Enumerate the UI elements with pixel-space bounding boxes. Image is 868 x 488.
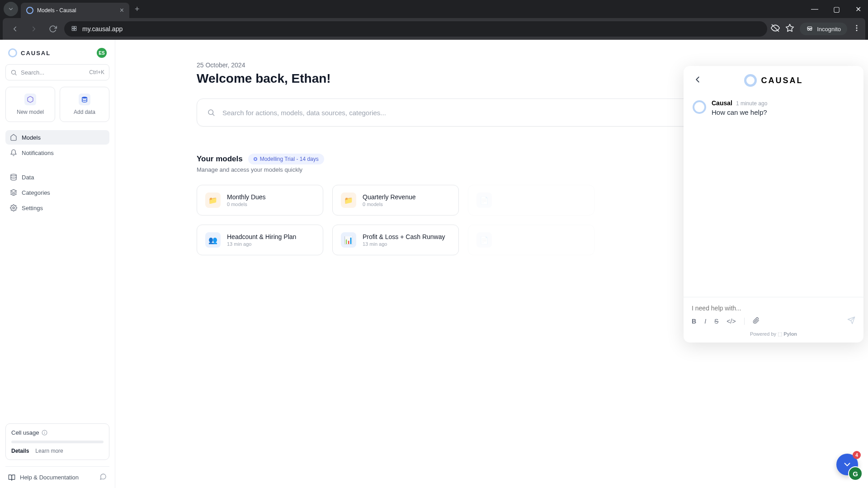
trial-badge[interactable]: Modelling Trial - 14 days: [248, 154, 324, 164]
cell-details-link[interactable]: Details: [11, 448, 29, 454]
notification-badge: 4: [853, 451, 861, 459]
svg-line-21: [212, 114, 214, 115]
chat-brand: CAUSAL: [744, 74, 803, 87]
chat-body: Causal 1 minute ago How can we help?: [684, 95, 863, 297]
svg-point-8: [856, 25, 857, 26]
new-model-icon: [24, 94, 36, 105]
doc-icon: 📄: [476, 232, 492, 248]
info-icon[interactable]: [42, 430, 47, 436]
svg-marker-5: [786, 24, 794, 32]
nav-settings[interactable]: Settings: [5, 201, 109, 215]
close-window-button[interactable]: ✕: [852, 5, 864, 14]
nav-notifications[interactable]: Notifications: [5, 145, 109, 160]
site-info-icon[interactable]: [71, 25, 78, 33]
search-icon: [207, 108, 215, 117]
tab-favicon: [26, 7, 33, 14]
folder-icon: 📁: [205, 192, 221, 208]
cell-usage-card: Cell usage Details Learn more: [5, 423, 109, 460]
search-shortcut: Ctrl+K: [89, 69, 104, 75]
incognito-icon: [806, 25, 813, 33]
brand-name: CAUSAL: [21, 50, 51, 56]
svg-line-12: [15, 74, 16, 75]
chat-icon[interactable]: [99, 473, 107, 482]
svg-point-10: [856, 30, 857, 31]
nav-categories[interactable]: Categories: [5, 185, 109, 200]
chat-input[interactable]: [692, 302, 855, 316]
add-data-button[interactable]: Add data: [60, 87, 109, 122]
help-docs-link[interactable]: Help & Documentation: [5, 466, 109, 488]
global-search-placeholder: Search for actions, models, data sources…: [222, 109, 386, 117]
model-card[interactable]: 📊 Profit & Loss + Cash Runway 13 min ago: [332, 225, 459, 255]
forward-button[interactable]: [26, 21, 42, 37]
gear-icon: [10, 204, 17, 211]
folder-icon: 📁: [341, 192, 356, 208]
maximize-button[interactable]: ▢: [830, 5, 843, 14]
chat-footer: Powered by ⬚ Pylon: [684, 328, 863, 343]
bold-button[interactable]: B: [692, 318, 696, 325]
new-tab-button[interactable]: +: [135, 5, 140, 14]
support-chat-panel: CAUSAL Causal 1 minute ago How can we he…: [684, 66, 863, 343]
minimize-button[interactable]: —: [808, 5, 821, 14]
chat-timestamp: 1 minute ago: [736, 100, 767, 107]
brand-logo-icon: [8, 48, 17, 57]
bookmark-icon[interactable]: [785, 23, 794, 34]
chat-brand-logo-icon: [744, 74, 757, 87]
svg-point-14: [11, 174, 16, 176]
search-icon: [10, 69, 17, 76]
sidebar-search[interactable]: Search... Ctrl+K: [5, 64, 109, 80]
add-data-icon: [79, 94, 90, 105]
browser-menu-button[interactable]: [853, 24, 861, 34]
tab-title: Models - Causal: [37, 7, 116, 14]
model-card[interactable]: 📄: [468, 185, 594, 216]
url-text: my.causal.app: [82, 25, 123, 33]
svg-point-9: [856, 28, 857, 28]
address-bar[interactable]: my.causal.app: [64, 21, 767, 37]
models-title: Your models: [197, 155, 243, 164]
tab-close-button[interactable]: ×: [120, 6, 124, 14]
svg-rect-3: [75, 28, 76, 30]
model-card[interactable]: 👥 Headcount & Hiring Plan 13 min ago: [197, 225, 323, 255]
database-icon: [10, 174, 17, 181]
home-icon: [10, 134, 17, 141]
back-button[interactable]: [7, 21, 23, 37]
attach-button[interactable]: [753, 317, 760, 325]
app-viewport: CAUSAL ES Search... Ctrl+K New model Add…: [0, 40, 868, 488]
trial-dot-icon: [254, 157, 257, 161]
people-icon: 👥: [205, 232, 221, 248]
cell-usage-bar: [11, 441, 104, 443]
svg-rect-2: [72, 28, 74, 30]
strikethrough-button[interactable]: S: [714, 318, 718, 325]
new-model-button[interactable]: New model: [5, 87, 55, 122]
user-avatar[interactable]: ES: [97, 48, 107, 58]
doc-icon: 📄: [476, 192, 492, 208]
italic-button[interactable]: I: [704, 318, 706, 325]
svg-point-20: [208, 110, 213, 115]
tab-search-button[interactable]: [4, 2, 18, 16]
bell-icon: [10, 149, 17, 156]
code-button[interactable]: </>: [726, 318, 736, 325]
model-card[interactable]: 📁 Quarterly Revenue 0 models: [332, 185, 459, 216]
nav-data[interactable]: Data: [5, 170, 109, 184]
cell-learn-more-link[interactable]: Learn more: [35, 448, 63, 454]
browser-tab-strip: Models - Causal × + — ▢ ✕: [0, 0, 868, 18]
chat-sender: Causal: [712, 99, 732, 107]
model-card[interactable]: 📄: [468, 225, 594, 255]
chat-header: CAUSAL: [684, 66, 863, 95]
model-card[interactable]: 📁 Monthly Dues 0 models: [197, 185, 323, 216]
quick-actions: New model Add data: [5, 87, 109, 122]
reload-button[interactable]: [45, 21, 61, 37]
tracking-icon[interactable]: [771, 23, 780, 34]
browser-tab[interactable]: Models - Causal ×: [21, 3, 129, 18]
nav-list: Models Notifications Data Categories Set…: [5, 130, 109, 215]
grammarly-icon[interactable]: G: [848, 466, 863, 481]
incognito-badge[interactable]: Incognito: [800, 23, 847, 35]
chat-message: Causal 1 minute ago How can we help?: [693, 99, 854, 116]
chat-message-text: How can we help?: [712, 108, 767, 116]
search-placeholder: Search...: [21, 69, 44, 76]
book-icon: [8, 474, 15, 481]
svg-rect-0: [72, 26, 74, 28]
send-button[interactable]: [847, 316, 855, 326]
chat-back-button[interactable]: [693, 75, 705, 86]
nav-models[interactable]: Models: [5, 130, 109, 145]
pylon-icon: ⬚: [778, 331, 783, 337]
